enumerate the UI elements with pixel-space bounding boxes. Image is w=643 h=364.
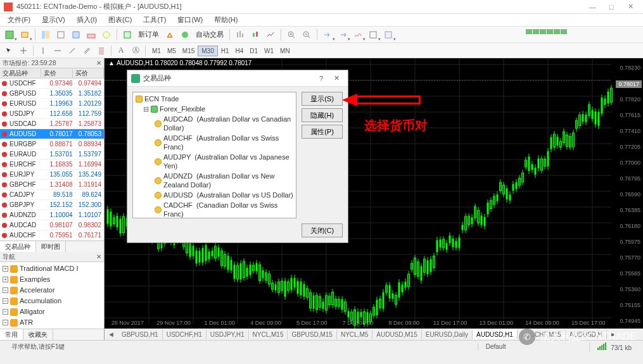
metaquotes-button[interactable]: [163, 28, 177, 42]
minimize-button[interactable]: —: [583, 1, 601, 13]
bar-chart-button[interactable]: [233, 28, 247, 42]
line-chart-button[interactable]: [264, 28, 277, 42]
chart-tab[interactable]: EURUSD,Daily: [422, 330, 473, 339]
symbol-tree[interactable]: ECN Trade ⊟Forex_Flexible AUDCAD (Austra…: [132, 92, 296, 218]
chart-tab[interactable]: AUDUSD,M15: [372, 330, 421, 339]
nav-item[interactable]: +Examples: [3, 274, 101, 285]
autotrade-icon[interactable]: [178, 28, 192, 42]
tree-root[interactable]: ECN Trade: [134, 94, 295, 104]
chart-tab[interactable]: NYCL,M5: [337, 330, 372, 339]
symbol-row-eurgbp[interactable]: EURGBP0.888710.88934: [0, 139, 104, 149]
symbol-item-cadchf[interactable]: CADCHF (Canadian Dollar vs Swiss Franc): [134, 200, 295, 218]
crosshair-button[interactable]: [17, 44, 30, 57]
tabs-prev-icon[interactable]: ◄: [105, 330, 118, 338]
menu-charts[interactable]: 图表(C): [103, 14, 137, 26]
symbol-row-usdcad[interactable]: USDCAD1.257871.25873: [0, 119, 104, 129]
symbol-row-usdjpy[interactable]: USDJPY112.658112.759: [0, 109, 104, 119]
symbol-row-eurjpy[interactable]: EURJPY135.055135.249: [0, 170, 104, 180]
nav-item[interactable]: +Traditional MACD I: [3, 263, 101, 274]
symbol-row-euraud[interactable]: EURAUD1.537011.53797: [0, 149, 104, 160]
symbol-row-gbpusd[interactable]: GBPUSD1.350351.35182: [0, 89, 104, 99]
symbol-row-usdchf[interactable]: USDCHF0.973460.97494: [0, 78, 104, 89]
templates-button[interactable]: [381, 28, 395, 42]
chart-tab[interactable]: GBPUSD,H1: [118, 330, 163, 339]
market-watch-toggle[interactable]: [39, 28, 53, 42]
candlestick-button[interactable]: [248, 28, 262, 42]
dialog-close-icon[interactable]: ✕: [329, 74, 344, 82]
strategy-tester-toggle[interactable]: [99, 28, 113, 42]
timeframe-m15[interactable]: M15: [179, 46, 198, 56]
indicators-button[interactable]: [351, 28, 365, 42]
col-ask[interactable]: 买价: [73, 68, 104, 78]
chart-tab[interactable]: USDJPY,H1: [207, 330, 249, 339]
symbol-row-audchf[interactable]: AUDCHF0.759510.76171: [0, 230, 104, 241]
symbol-item-audusd[interactable]: AUDUSD (Australian Dollar vs US Dollar): [134, 190, 295, 200]
new-order-label[interactable]: 新订单: [136, 30, 162, 39]
chart-shift-button[interactable]: [336, 28, 350, 42]
symbol-row-gbpchf[interactable]: GBPCHF1.314081.31914: [0, 180, 104, 190]
close-dialog-button[interactable]: 关闭(C): [302, 223, 343, 237]
symbol-item-audchf[interactable]: AUDCHF (Australian Dollar vs Swiss Franc…: [134, 133, 295, 152]
text-label-button[interactable]: Ⓐ: [129, 44, 142, 57]
nav-item[interactable]: −Alligator: [3, 306, 101, 317]
text-button[interactable]: A: [115, 44, 127, 57]
zoom-out-button[interactable]: [300, 28, 314, 42]
tab-tick-chart[interactable]: 即时图: [36, 241, 66, 252]
navigator-toggle[interactable]: [69, 28, 83, 42]
vertical-line-button[interactable]: [37, 44, 49, 57]
timeframe-h4[interactable]: H4: [232, 46, 247, 56]
col-symbol[interactable]: 交易品种: [0, 68, 41, 78]
timeframe-w1[interactable]: W1: [261, 46, 277, 56]
maximize-button[interactable]: □: [602, 1, 620, 13]
cursor-button[interactable]: [3, 44, 15, 57]
chart-tab[interactable]: AUDUSD,H1: [473, 330, 518, 339]
symbol-row-gbpjpy[interactable]: GBPJPY152.152152.300: [0, 200, 104, 210]
menu-view[interactable]: 显示(V): [37, 14, 70, 26]
data-window-toggle[interactable]: [54, 28, 68, 42]
tree-group[interactable]: ⊟Forex_Flexible: [134, 104, 295, 114]
menu-tools[interactable]: 工具(T): [138, 14, 171, 26]
terminal-toggle[interactable]: [84, 28, 98, 42]
menu-help[interactable]: 帮助(H): [209, 14, 243, 26]
hide-button[interactable]: 隐藏(H): [302, 108, 343, 122]
close-button[interactable]: ✕: [621, 1, 639, 13]
timeframe-mn[interactable]: MN: [277, 46, 293, 56]
symbol-row-cadjpy[interactable]: CADJPY89.51889.624: [0, 190, 104, 200]
navigator-close-icon[interactable]: ✕: [96, 253, 101, 260]
tab-favorites[interactable]: 收藏夹: [23, 329, 53, 340]
col-bid[interactable]: 卖价: [41, 68, 72, 78]
fibonacci-button[interactable]: [95, 44, 108, 57]
timeframe-h1[interactable]: H1: [218, 46, 232, 56]
symbol-row-eurchf[interactable]: EURCHF1.168351.16994: [0, 160, 104, 170]
chart-tab[interactable]: USDCHF,H1: [163, 330, 207, 339]
nav-item[interactable]: −ATR: [3, 317, 101, 328]
timeframe-m5[interactable]: M5: [164, 46, 179, 56]
zoom-in-button[interactable]: [284, 28, 298, 42]
autotrade-label[interactable]: 自动交易: [193, 30, 226, 39]
trendline-button[interactable]: [66, 44, 79, 57]
symbol-row-audusd[interactable]: AUDUSD0.780170.78053: [0, 129, 104, 139]
timeframe-m1[interactable]: M1: [149, 46, 164, 56]
new-order-icon[interactable]: [120, 28, 134, 42]
market-watch-close-icon[interactable]: ✕: [96, 60, 101, 66]
profiles-button[interactable]: [18, 28, 32, 42]
nav-item[interactable]: −Accumulation: [3, 296, 101, 306]
periods-button[interactable]: [366, 28, 380, 42]
show-button[interactable]: 显示(S): [302, 92, 343, 106]
menu-file[interactable]: 文件(F): [3, 14, 35, 26]
chart-tab[interactable]: NYCL,M15: [249, 330, 288, 339]
horizontal-line-button[interactable]: [51, 44, 64, 57]
timeframe-d1[interactable]: D1: [246, 46, 261, 56]
menu-insert[interactable]: 插入(I): [72, 14, 102, 26]
symbol-item-audcad[interactable]: AUDCAD (Australian Dollar vs Canadian Do…: [134, 114, 295, 133]
symbol-row-eurusd[interactable]: EURUSD1.199631.20129: [0, 99, 104, 109]
tab-symbols[interactable]: 交易品种: [0, 241, 36, 252]
symbol-row-audnzd[interactable]: AUDNZD1.100041.10107: [0, 210, 104, 220]
auto-scroll-button[interactable]: [321, 28, 334, 42]
equidistant-button[interactable]: [80, 44, 93, 57]
timeframe-m30[interactable]: M30: [198, 46, 217, 56]
nav-item[interactable]: −Accelerator: [3, 285, 101, 296]
symbol-row-audcad[interactable]: AUDCAD0.981070.98302: [0, 220, 104, 230]
properties-button[interactable]: 属性(P): [302, 125, 343, 139]
symbol-item-audjpy[interactable]: AUDJPY (Australian Dollar vs Japanese Ye…: [134, 152, 295, 171]
